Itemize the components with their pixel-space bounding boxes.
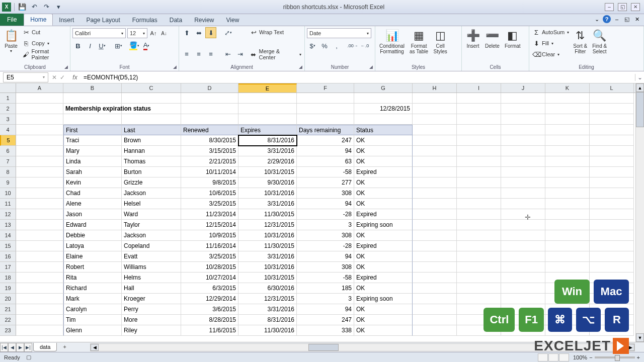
cell-H19[interactable] [413, 283, 457, 294]
cell-G15[interactable]: Expired [354, 241, 413, 251]
row-header-7[interactable]: 7 [0, 156, 16, 167]
cell-K1[interactable] [545, 93, 590, 104]
cell-D1[interactable] [181, 93, 238, 104]
cell-D22[interactable]: 8/28/2015 [181, 315, 238, 325]
cell-E15[interactable]: 11/30/2015 [238, 241, 297, 251]
borders-button[interactable]: ⊞▾ [113, 40, 124, 51]
cell-E20[interactable]: 12/31/2015 [238, 294, 297, 304]
decrease-font-icon[interactable]: A↓ [159, 28, 169, 38]
cell-A2[interactable] [16, 104, 63, 114]
merge-center-button[interactable]: ⬌Merge & Center▾ [249, 49, 302, 59]
next-sheet-icon[interactable]: ▶ [16, 343, 24, 352]
cell-L3[interactable] [590, 114, 634, 125]
name-box[interactable]: E5▾ [3, 72, 48, 82]
cell-styles-button[interactable]: ◫Cell Styles [431, 27, 449, 59]
cell-H16[interactable] [413, 251, 457, 262]
cell-H22[interactable] [413, 315, 457, 325]
cell-B19[interactable]: Richard [63, 283, 122, 294]
cell-H1[interactable] [413, 93, 457, 104]
workbook-close-icon[interactable]: ✕ [633, 15, 641, 23]
cell-H11[interactable] [413, 199, 457, 209]
row-header-20[interactable]: 20 [0, 294, 16, 304]
cell-A14[interactable] [16, 230, 63, 241]
cell-F15[interactable]: -28 [297, 241, 354, 251]
cell-L11[interactable] [590, 199, 634, 209]
row-header-11[interactable]: 11 [0, 199, 16, 209]
cell-B20[interactable]: Mark [63, 294, 122, 304]
cell-D16[interactable]: 3/25/2015 [181, 251, 238, 262]
cell-G3[interactable] [354, 114, 413, 125]
cell-G12[interactable]: Expired [354, 209, 413, 220]
tab-review[interactable]: Review [188, 15, 220, 26]
cell-G20[interactable]: Expiring soon [354, 294, 413, 304]
cell-F7[interactable]: 63 [297, 156, 354, 167]
scroll-up-icon[interactable]: ▲ [636, 83, 644, 92]
wrap-text-button[interactable]: ↩Wrap Text [249, 27, 302, 37]
cell-I2[interactable] [457, 104, 501, 114]
increase-decimal-icon[interactable]: .00→ [347, 40, 358, 51]
cell-I15[interactable] [457, 241, 501, 251]
page-layout-view-icon[interactable] [548, 353, 558, 361]
cell-L17[interactable] [590, 262, 634, 273]
cell-D3[interactable] [181, 114, 238, 125]
cell-F22[interactable]: 247 [297, 315, 354, 325]
decrease-decimal-icon[interactable]: ←.0 [359, 40, 370, 51]
cell-A20[interactable] [16, 294, 63, 304]
cell-I14[interactable] [457, 230, 501, 241]
cell-G6[interactable]: OK [354, 146, 413, 156]
cell-C15[interactable]: Copeland [122, 241, 181, 251]
cell-L6[interactable] [590, 146, 634, 156]
row-header-23[interactable]: 23 [0, 325, 16, 336]
cell-B6[interactable]: Mary [63, 146, 122, 156]
align-left-icon[interactable]: ≡ [181, 48, 192, 59]
cell-E19[interactable]: 6/30/2016 [238, 283, 297, 294]
cell-E11[interactable]: 3/31/2016 [238, 199, 297, 209]
cell-J11[interactable] [501, 199, 545, 209]
row-header-17[interactable]: 17 [0, 262, 16, 273]
cell-B14[interactable]: Debbie [63, 230, 122, 241]
tab-page-layout[interactable]: Page Layout [80, 15, 126, 26]
fill-color-button[interactable]: 🪣▾ [129, 40, 140, 51]
sheet-tab-data[interactable]: data [33, 343, 57, 351]
cell-J17[interactable] [501, 262, 545, 273]
clipboard-dialog-icon[interactable]: ◢ [64, 64, 68, 69]
copy-button[interactable]: ⎘Copy▾ [21, 38, 68, 48]
row-header-13[interactable]: 13 [0, 220, 16, 230]
cell-E22[interactable]: 8/31/2016 [238, 315, 297, 325]
cell-C21[interactable]: Perry [122, 304, 181, 315]
cell-F6[interactable]: 94 [297, 146, 354, 156]
cell-F8[interactable]: -58 [297, 167, 354, 177]
cell-D19[interactable]: 6/3/2015 [181, 283, 238, 294]
cell-F2[interactable] [297, 104, 354, 114]
cell-E3[interactable] [238, 114, 297, 125]
cell-J9[interactable] [501, 177, 545, 188]
cell-G11[interactable]: OK [354, 199, 413, 209]
cell-C12[interactable]: Ward [122, 209, 181, 220]
fx-icon[interactable]: fx [70, 74, 79, 81]
cell-H9[interactable] [413, 177, 457, 188]
cut-button[interactable]: ✂Cut [21, 27, 68, 37]
sort-filter-button[interactable]: ⇅Sort & Filter [571, 27, 589, 59]
format-cells-button[interactable]: ◧Format [503, 27, 523, 59]
cell-H7[interactable] [413, 156, 457, 167]
cell-K8[interactable] [545, 167, 590, 177]
cell-F21[interactable]: 94 [297, 304, 354, 315]
cell-L2[interactable] [590, 104, 634, 114]
tab-view[interactable]: View [220, 15, 246, 26]
cell-D7[interactable]: 2/21/2015 [181, 156, 238, 167]
cell-C7[interactable]: Thomas [122, 156, 181, 167]
cell-F23[interactable]: 338 [297, 325, 354, 336]
row-header-18[interactable]: 18 [0, 273, 16, 283]
tab-file[interactable]: File [0, 14, 24, 26]
insert-cells-button[interactable]: ➕Insert [464, 27, 482, 59]
col-header-B[interactable]: B [63, 83, 122, 93]
clear-button[interactable]: ⌫Clear▾ [531, 49, 570, 59]
help-icon[interactable]: ? [603, 15, 611, 23]
cell-G21[interactable]: OK [354, 304, 413, 315]
cell-A19[interactable] [16, 283, 63, 294]
cell-A12[interactable] [16, 209, 63, 220]
align-center-icon[interactable]: ≡ [193, 48, 204, 59]
cell-E4[interactable]: Expires [238, 125, 297, 135]
cell-J1[interactable] [501, 93, 545, 104]
cell-C23[interactable]: Riley [122, 325, 181, 336]
